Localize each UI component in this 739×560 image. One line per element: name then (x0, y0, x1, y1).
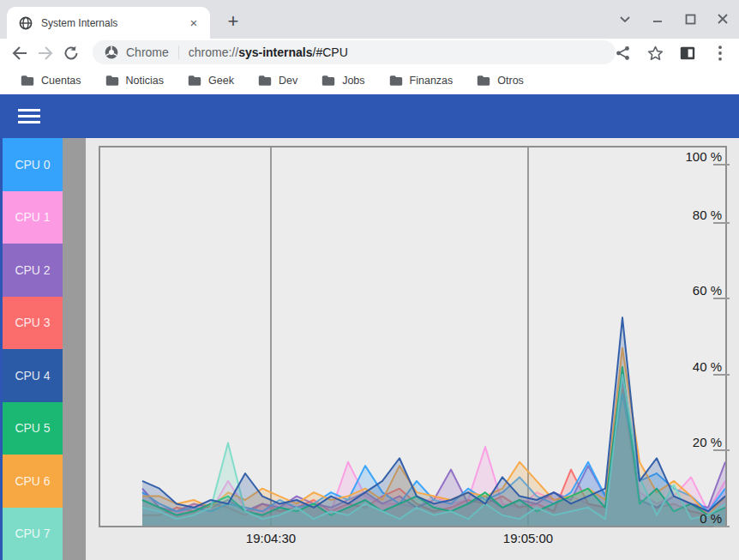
bookmark-label: Noticias (126, 75, 164, 87)
sidebar-item-cpu-0[interactable]: CPU 0 (3, 138, 63, 191)
share-icon[interactable] (610, 41, 634, 65)
folder-icon (389, 75, 403, 87)
cpu-sidebar: CPU 0CPU 1CPU 2CPU 3CPU 4CPU 5CPU 6CPU 7 (3, 138, 63, 560)
sidebar-item-cpu-2[interactable]: CPU 2 (3, 244, 63, 297)
bookmark-label: Geek (208, 75, 234, 87)
address-bar[interactable]: Chrome chrome://sys-internals/#CPU (93, 40, 616, 64)
folder-icon (321, 75, 335, 87)
y-axis-label-100: 100 % (670, 148, 722, 166)
cpu-usage-chart: 100 %80 %60 %40 %20 %0 % (99, 146, 727, 527)
bookmark-label: Finanzas (410, 75, 454, 87)
y-axis-label-60: 60 % (670, 282, 722, 299)
cpu-chart-svg (100, 148, 725, 526)
page-content: CPU 0CPU 1CPU 2CPU 3CPU 4CPU 5CPU 6CPU 7… (0, 138, 739, 560)
new-tab-button[interactable]: + (221, 9, 245, 33)
toolbar-actions (610, 39, 732, 67)
y-axis-label-20: 20 % (670, 434, 722, 451)
minimize-icon[interactable] (646, 8, 669, 30)
y-axis-label-40: 40 % (670, 358, 722, 376)
bookmark-star-icon[interactable] (643, 41, 667, 65)
chrome-logo-icon (105, 45, 118, 59)
window-menu-chevron-icon[interactable] (614, 8, 636, 30)
close-window-icon[interactable] (712, 8, 734, 30)
kebab-menu-icon[interactable] (708, 41, 732, 65)
chart-panel: 100 %80 %60 %40 %20 %0 % 19:04:30 19:05:… (86, 138, 739, 560)
forward-icon[interactable] (33, 40, 58, 66)
browser-toolbar: Chrome chrome://sys-internals/#CPU (0, 39, 739, 67)
maximize-icon[interactable] (679, 8, 701, 30)
sidebar-item-cpu-4[interactable]: CPU 4 (3, 349, 63, 402)
sidebar-item-cpu-6[interactable]: CPU 6 (3, 455, 63, 508)
x-axis-label-2: 19:05:00 (490, 531, 567, 545)
omnibox-divider (178, 45, 179, 59)
bookmark-folder-dev[interactable]: Dev (249, 71, 306, 90)
sidebar-item-cpu-1[interactable]: CPU 1 (3, 191, 63, 244)
browser-window: System Internals × + (0, 0, 739, 560)
sidebar-item-cpu-7[interactable]: CPU 7 (3, 508, 63, 560)
bookmark-label: Cuentas (41, 75, 81, 87)
bookmark-folder-jobs[interactable]: Jobs (313, 71, 373, 90)
bookmark-label: Otros (497, 75, 524, 87)
sidebar-item-cpu-3[interactable]: CPU 3 (3, 297, 63, 350)
bookmark-folder-noticias[interactable]: Noticias (97, 71, 172, 90)
browser-label: Chrome (126, 45, 169, 59)
tab-system-internals[interactable]: System Internals × (7, 7, 210, 39)
y-axis-label-80: 80 % (670, 207, 722, 224)
y-axis-tick-20 (713, 449, 730, 451)
sys-internals-header (0, 94, 739, 138)
hamburger-menu-icon[interactable] (12, 102, 46, 131)
y-axis-tick-60 (713, 298, 730, 299)
y-axis-tick-0 (713, 526, 730, 527)
bookmark-label: Dev (279, 75, 297, 87)
tab-title: System Internals (41, 17, 186, 29)
tab-close-icon[interactable]: × (186, 15, 201, 31)
folder-icon (105, 75, 119, 87)
x-axis-label-1: 19:04:30 (232, 531, 309, 545)
sidebar-scrollbar[interactable] (63, 138, 86, 560)
side-panel-icon[interactable] (676, 41, 700, 65)
bookmark-folder-cuentas[interactable]: Cuentas (12, 71, 90, 90)
tab-strip: System Internals × + (0, 0, 739, 39)
bookmark-folder-geek[interactable]: Geek (179, 71, 243, 90)
y-axis-tick-80 (713, 222, 730, 224)
reload-icon[interactable] (58, 40, 84, 66)
folder-icon (477, 75, 490, 87)
url-text: chrome://sys-internals/#CPU (189, 45, 348, 59)
y-axis-tick-40 (713, 374, 730, 376)
bookmark-folder-finanzas[interactable]: Finanzas (381, 71, 462, 90)
folder-icon (21, 75, 34, 87)
folder-icon (188, 75, 201, 87)
folder-icon (258, 75, 272, 87)
bookmarks-bar: CuentasNoticiasGeekDevJobsFinanzasOtros (0, 67, 739, 94)
globe-favicon-icon (19, 16, 33, 30)
sidebar-item-cpu-5[interactable]: CPU 5 (3, 402, 63, 455)
bookmark-folder-otros[interactable]: Otros (468, 71, 532, 90)
bookmark-label: Jobs (342, 75, 364, 87)
back-icon[interactable] (7, 40, 33, 66)
y-axis-tick-100 (713, 164, 730, 166)
window-controls (614, 7, 734, 31)
y-axis-label-0: 0 % (670, 510, 722, 527)
